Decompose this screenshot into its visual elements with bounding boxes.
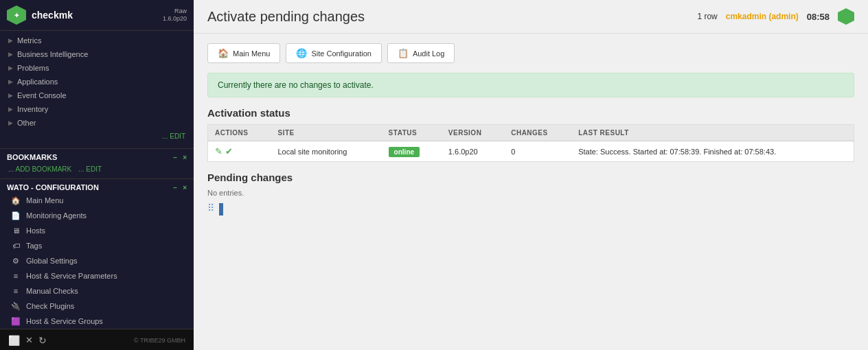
close-icon[interactable]: ✕ <box>25 335 33 346</box>
bookmarks-edit-link[interactable]: ... EDIT <box>78 165 102 173</box>
wato-item-label: Monitoring Agents <box>26 211 87 220</box>
sidebar-item-other[interactable]: ▶ Other <box>0 116 194 130</box>
nav-label: Event Console <box>17 91 67 100</box>
wato-item-manual-checks[interactable]: ≡ Manual Checks <box>0 283 194 299</box>
window-icon[interactable]: ⬜ <box>8 335 20 346</box>
admin-link[interactable]: cmkadmin (admin) <box>726 12 799 21</box>
wato-item-monitoring-agents[interactable]: 📄 Monitoring Agents <box>0 208 194 223</box>
footer-copyright: © TRIBE29 GMBH <box>134 337 185 344</box>
edit-link[interactable]: ... EDIT <box>162 132 185 140</box>
arrow-icon: ▶ <box>8 65 13 71</box>
pending-changes-section: Pending changes No entries. ⠿ <box>207 172 854 215</box>
site-config-label: Site Configuration <box>311 49 371 58</box>
row-version: 1.6.0p20 <box>442 141 504 162</box>
add-bookmark-link[interactable]: ... ADD BOOKMARK <box>8 165 71 173</box>
wato-item-check-plugins[interactable]: 🔌 Check Plugins <box>0 299 194 314</box>
sidebar-item-metrics[interactable]: ▶ Metrics <box>0 34 194 47</box>
audit-log-button[interactable]: 📋 Audit Log <box>387 43 455 63</box>
wato-item-label: Tags <box>26 242 42 250</box>
wato-item-global-settings[interactable]: ⚙ Global Settings <box>0 253 194 268</box>
list-icon: ≡ <box>11 271 21 281</box>
bookmarks-controls: − × <box>173 154 187 161</box>
logo-icon: ✦ <box>7 5 26 25</box>
info-banner: Currently there are no changes to activa… <box>207 73 854 97</box>
col-actions: ACTIONS <box>208 125 271 141</box>
plug-icon: 🔌 <box>11 301 21 311</box>
nav-label: Problems <box>17 64 49 72</box>
bookmarks-section-header: BOOKMARKS − × <box>0 148 194 163</box>
nav-label: Business Intelligence <box>17 50 88 58</box>
sidebar-item-inventory[interactable]: ▶ Inventory <box>0 102 194 116</box>
wato-item-host-service-groups[interactable]: 🟪 Host & Service Groups <box>0 314 194 329</box>
sidebar-item-business-intelligence[interactable]: ▶ Business Intelligence <box>0 47 194 61</box>
info-banner-message: Currently there are no changes to activa… <box>218 80 374 90</box>
no-entries-text: No entries. <box>207 189 854 197</box>
wato-item-label: Host & Service Groups <box>26 317 103 325</box>
wato-item-label: Main Menu <box>26 196 63 205</box>
list2-icon: ≡ <box>11 286 21 296</box>
drag-handle-icon[interactable]: ⠿ <box>207 202 214 213</box>
row-actions: ✎ ✔ <box>208 141 271 162</box>
col-status: STATUS <box>382 125 442 141</box>
wato-item-label: Global Settings <box>26 257 78 265</box>
nav-label: Other <box>17 119 36 127</box>
sidebar-footer: ⬜ ✕ ↻ © TRIBE29 GMBH <box>0 329 194 350</box>
sidebar-item-event-console[interactable]: ▶ Event Console <box>0 89 194 102</box>
sidebar-item-applications[interactable]: ▶ Applications <box>0 75 194 89</box>
monitor-icon: 🖥 <box>11 226 21 235</box>
edit-icon[interactable]: ✎ <box>215 146 222 156</box>
arrow-icon: ▶ <box>8 37 13 44</box>
nav-label: Metrics <box>17 36 41 45</box>
arrow-icon: ▶ <box>8 51 13 58</box>
home-icon: 🏠 <box>218 48 229 58</box>
col-version: VERSION <box>442 125 504 141</box>
status-badge: online <box>389 147 420 157</box>
clipboard-icon: 📋 <box>398 48 409 58</box>
logo-text: checkmk <box>32 10 73 21</box>
bookmarks-title: BOOKMARKS <box>7 153 57 161</box>
document-icon: 📄 <box>11 211 21 220</box>
wato-close[interactable]: × <box>183 184 187 191</box>
wato-minus[interactable]: − <box>173 184 177 191</box>
col-site: SITE <box>271 125 381 141</box>
sidebar-item-problems[interactable]: ▶ Problems <box>0 61 194 75</box>
wato-title: WATO - CONFIGURATION <box>7 183 99 191</box>
time-display: 08:58 <box>807 12 830 22</box>
sidebar-header: ✦ checkmk Raw 1.6.0p20 <box>0 0 194 31</box>
activation-status-section: Activation status ACTIONS SITE STATUS VE… <box>207 107 854 162</box>
activation-status-table: ACTIONS SITE STATUS VERSION CHANGES LAST… <box>207 124 854 162</box>
wato-item-tags[interactable]: 🏷 Tags <box>0 238 194 253</box>
drag-bar[interactable] <box>219 203 223 215</box>
activation-status-title: Activation status <box>207 107 854 119</box>
check-icon[interactable]: ✔ <box>225 146 233 156</box>
row-changes: 0 <box>504 141 571 162</box>
sidebar: ✦ checkmk Raw 1.6.0p20 ▶ Metrics ▶ Busin… <box>0 0 194 350</box>
row-status: online <box>382 141 442 162</box>
col-changes: CHANGES <box>504 125 571 141</box>
nav-edit-row: ... EDIT <box>0 130 194 143</box>
main-menu-button[interactable]: 🏠 Main Menu <box>207 43 280 63</box>
arrow-icon: ▶ <box>8 92 13 99</box>
wato-item-hosts[interactable]: 🖥 Hosts <box>0 223 194 238</box>
gear-icon: ⚙ <box>11 256 21 266</box>
audit-log-label: Audit Log <box>413 49 444 58</box>
checkmk-logo-badge <box>838 8 854 25</box>
refresh-icon[interactable]: ↻ <box>38 335 47 346</box>
bookmarks-close[interactable]: × <box>183 154 187 161</box>
globe-icon: 🌐 <box>296 48 307 58</box>
row-count: 1 row <box>697 12 717 21</box>
wato-item-label: Host & Service Parameters <box>26 272 117 280</box>
bookmarks-minus[interactable]: − <box>173 154 177 161</box>
bookmarks-actions: ... ADD BOOKMARK ... EDIT <box>0 163 194 176</box>
home-icon: 🏠 <box>11 196 21 205</box>
row-site: Local site monitoring <box>271 141 381 162</box>
wato-item-host-service-parameters[interactable]: ≡ Host & Service Parameters <box>0 268 194 283</box>
nav-label: Inventory <box>17 105 48 113</box>
main-content: Activate pending changes 1 row cmkadmin … <box>194 0 868 350</box>
pending-changes-title: Pending changes <box>207 172 854 183</box>
site-configuration-button[interactable]: 🌐 Site Configuration <box>286 43 381 63</box>
group-icon: 🟪 <box>11 316 21 326</box>
button-row: 🏠 Main Menu 🌐 Site Configuration 📋 Audit… <box>207 43 854 63</box>
main-menu-label: Main Menu <box>233 49 270 58</box>
wato-item-main-menu[interactable]: 🏠 Main Menu <box>0 193 194 208</box>
